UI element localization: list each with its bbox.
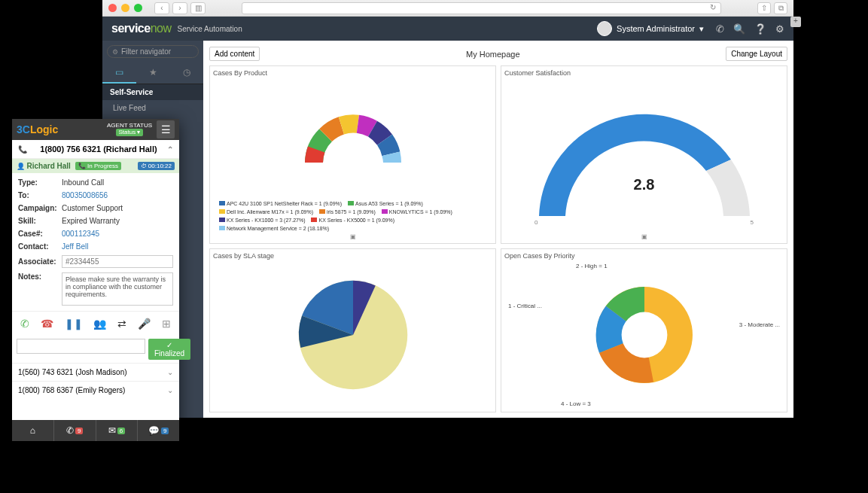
- nav-tab-all[interactable]: ▭: [102, 62, 136, 84]
- sidebar-item-live-feed[interactable]: Live Feed: [102, 100, 203, 116]
- label-low: 4 - Low = 3: [561, 400, 591, 407]
- home-icon[interactable]: ⌂: [12, 420, 54, 441]
- chevron-up-icon: ⌃: [167, 145, 173, 154]
- sidebar-toggle-icon[interactable]: ▥: [190, 2, 206, 14]
- gauge-min: 0: [535, 219, 538, 226]
- keypad-icon[interactable]: ⊞: [159, 316, 174, 331]
- share-icon[interactable]: ⇧: [757, 2, 771, 14]
- conference-icon[interactable]: 👥: [90, 316, 109, 331]
- finalize-button[interactable]: Finalized: [148, 339, 190, 360]
- gear-icon[interactable]: ⚙: [775, 23, 784, 35]
- user-menu[interactable]: System Administrator ▾: [597, 21, 704, 36]
- label-critical: 1 - Critical ...: [508, 303, 542, 309]
- browser-window: ‹ › ▥ ⇧ ⧉ + servicenow Service Automatio…: [102, 0, 793, 418]
- menu-icon[interactable]: ☰: [157, 120, 175, 138]
- user-name: System Administrator: [617, 24, 695, 33]
- field-type: Inbound Call: [62, 178, 173, 187]
- call-status-badge: 📞 In Progress: [75, 162, 121, 170]
- answer-icon[interactable]: ✆: [17, 316, 32, 331]
- label-moderate: 3 - Moderate ...: [739, 321, 780, 328]
- call-timer: ⏱ 00:10:22: [138, 162, 175, 170]
- cti-footer: ⌂ ✆9 ✉6 💬9: [12, 420, 179, 441]
- servicenow-logo: servicenow: [111, 22, 172, 35]
- notes-textarea[interactable]: [62, 272, 173, 306]
- agent-status[interactable]: AGENT STATUS Status ▾: [107, 123, 152, 136]
- panel-title: Customer Satisfaction: [504, 69, 784, 77]
- panel-collapse-icon[interactable]: ▣: [213, 233, 492, 240]
- priority-donut-chart[interactable]: 1 - Critical ... 2 - High = 1 3 - Modera…: [504, 261, 784, 409]
- avatar: [597, 21, 612, 36]
- panel-cases-by-sla: Cases by SLA stage: [209, 248, 496, 412]
- gauge-value: 2.8: [634, 176, 655, 193]
- tabs-icon[interactable]: ⧉: [774, 2, 787, 14]
- chevron-down-icon: ⌄: [167, 386, 173, 394]
- chat-icon[interactable]: 💬9: [138, 420, 179, 441]
- help-icon[interactable]: ❔: [754, 23, 766, 35]
- cti-header: 3CLogic AGENT STATUS Status ▾ ☰: [12, 119, 179, 140]
- queued-call-2[interactable]: 1(800) 768 6367 (Emily Rogers)⌄: [12, 381, 179, 399]
- panel-title: Open Cases By Priority: [504, 252, 784, 260]
- associate-input[interactable]: [62, 255, 173, 268]
- add-content-button[interactable]: Add content: [209, 47, 260, 61]
- nav-tab-favorites[interactable]: ★: [136, 62, 170, 84]
- forward-button[interactable]: ›: [172, 2, 187, 14]
- phone-icon[interactable]: ✆: [716, 23, 724, 35]
- back-button[interactable]: ‹: [154, 2, 169, 14]
- call-controls: ✆ ☎ ❚❚ 👥 ⇄ 🎤 ⊞: [12, 311, 179, 336]
- disposition-input[interactable]: [17, 339, 145, 354]
- field-contact[interactable]: Jeff Bell: [62, 242, 173, 251]
- contact-bar: Richard Hall 📞 In Progress ⏱ 00:10:22: [12, 159, 179, 173]
- cases-by-product-chart[interactable]: [213, 78, 492, 199]
- label-high: 2 - High = 1: [576, 263, 608, 269]
- panel-title: Cases By Product: [213, 69, 492, 77]
- minimize-window-icon[interactable]: [121, 4, 129, 12]
- panel-title: Cases by SLA stage: [213, 252, 492, 260]
- cases-by-product-legend: APC 42U 3100 SP1 NetShelter Rack = 1 (9.…: [213, 199, 492, 233]
- nav-tab-history[interactable]: ◷: [169, 62, 203, 84]
- field-case[interactable]: 000112345: [62, 230, 173, 238]
- new-tab-button[interactable]: +: [790, 17, 801, 27]
- field-skill: Expired Warranty: [62, 217, 173, 225]
- chevron-down-icon: ⌄: [167, 368, 173, 376]
- page-title: My Homepage: [260, 50, 726, 59]
- active-call-header[interactable]: 1(800) 756 6321 (Richard Hall) ⌃: [12, 140, 179, 159]
- cti-logo: 3CLogic: [17, 123, 58, 135]
- panel-cases-by-product: Cases By Product: [209, 65, 496, 244]
- active-call-number: 1(800) 756 6321 (Richard Hall): [40, 145, 157, 154]
- call-fields: Type:Inbound Call To:80035008656 Campaig…: [12, 173, 179, 311]
- change-layout-button[interactable]: Change Layout: [726, 47, 787, 61]
- svg-point-2: [621, 312, 667, 358]
- mail-icon[interactable]: ✉6: [96, 420, 139, 441]
- calls-icon[interactable]: ✆9: [54, 420, 96, 441]
- product-subtitle: Service Automation: [178, 25, 242, 33]
- hangup-icon[interactable]: ☎: [38, 316, 56, 331]
- cti-panel: 3CLogic AGENT STATUS Status ▾ ☰ 1(800) 7…: [12, 119, 179, 441]
- status-badge: Status ▾: [116, 129, 144, 136]
- browser-toolbar: ‹ › ▥ ⇧ ⧉: [102, 0, 793, 17]
- panel-open-cases-priority: Open Cases By Priority 1 - Critical ... …: [501, 248, 787, 412]
- sidebar-section-self-service[interactable]: Self-Service: [102, 84, 203, 100]
- panel-customer-satisfaction: Customer Satisfaction 2.8 0 5 ▣: [501, 65, 787, 244]
- url-bar[interactable]: [242, 2, 721, 14]
- mute-icon[interactable]: 🎤: [135, 316, 154, 331]
- queued-call-1[interactable]: 1(560) 743 6321 (Josh Madison)⌄: [12, 363, 179, 381]
- homepage-main: Add content My Homepage Change Layout Ca…: [203, 41, 793, 418]
- hold-icon[interactable]: ❚❚: [62, 316, 86, 331]
- field-to[interactable]: 80035008656: [62, 191, 173, 199]
- customer-satisfaction-gauge[interactable]: 2.8 0 5: [504, 78, 784, 233]
- gauge-max: 5: [751, 219, 754, 226]
- transfer-icon[interactable]: ⇄: [114, 316, 129, 331]
- traffic-lights: [108, 4, 142, 12]
- panel-collapse-icon[interactable]: ▣: [504, 233, 784, 240]
- close-window-icon[interactable]: [108, 4, 117, 12]
- servicenow-header: servicenow Service Automation System Adm…: [102, 17, 793, 41]
- contact-name[interactable]: Richard Hall: [17, 162, 71, 170]
- search-icon[interactable]: 🔍: [733, 23, 745, 35]
- field-campaign: Customer Support: [62, 204, 173, 212]
- maximize-window-icon[interactable]: [134, 4, 142, 12]
- filter-navigator-input[interactable]: Filter navigator: [107, 45, 199, 58]
- sla-pie-chart[interactable]: [213, 261, 492, 409]
- chevron-down-icon: ▾: [699, 24, 704, 34]
